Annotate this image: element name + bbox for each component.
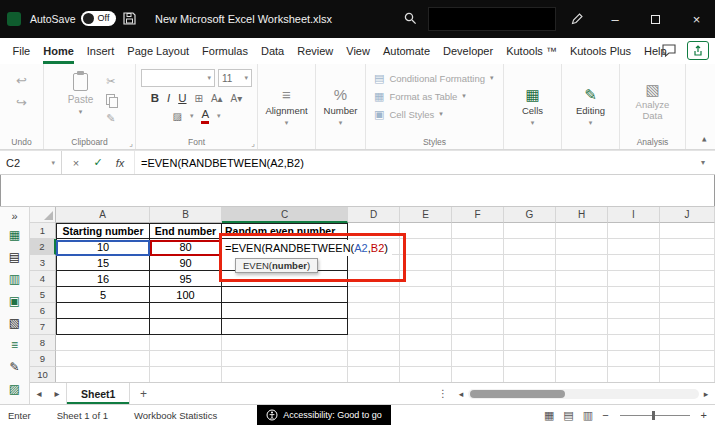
analyze-data-button[interactable]: ▧ Analyze Data [623, 69, 682, 134]
scrollbar-thumb[interactable] [470, 390, 565, 398]
cell-a3[interactable]: 15 [56, 255, 150, 271]
kutools-pane-edit-icon[interactable]: ✎ [9, 356, 20, 378]
tab-developer[interactable]: Developer [437, 38, 500, 64]
zoom-slider-knob[interactable] [652, 411, 655, 420]
cell-j2[interactable] [660, 239, 715, 255]
cell-e2[interactable] [400, 239, 452, 255]
cell-f5[interactable] [452, 287, 504, 303]
row-header-5[interactable]: 5 [30, 287, 56, 303]
confirm-entry-icon[interactable]: ✓ [88, 156, 108, 169]
kutools-pane-sheet-icon[interactable]: ▤ [9, 246, 20, 268]
cell-i4[interactable] [608, 271, 660, 287]
name-box[interactable]: C2 ▾ [0, 151, 62, 174]
cell-d9[interactable] [348, 351, 400, 367]
italic-button[interactable]: I [167, 92, 170, 104]
tab-insert[interactable]: Insert [80, 38, 121, 64]
cell-c5[interactable] [222, 287, 348, 303]
sheet-prev-icon[interactable]: ◂ [30, 388, 48, 399]
grow-font-icon[interactable]: A▴ [211, 93, 223, 104]
share-button[interactable] [687, 41, 709, 60]
cell-b9[interactable] [150, 351, 222, 367]
save-icon[interactable] [122, 11, 137, 26]
cell-e10[interactable] [400, 367, 452, 382]
editing-button[interactable]: ✎ Editing ▾ [571, 69, 610, 144]
font-size-select[interactable]: 11 ▾ [218, 69, 252, 87]
column-header-a[interactable]: A [56, 207, 150, 223]
select-all-corner[interactable] [30, 207, 56, 223]
cell-f1[interactable] [452, 223, 504, 239]
cell-i8[interactable] [608, 335, 660, 351]
scrollbar-track[interactable] [468, 389, 699, 399]
cell-c6[interactable] [222, 303, 348, 319]
cell-h5[interactable] [556, 287, 608, 303]
kutools-pane-chart-icon[interactable]: ▨ [9, 378, 20, 400]
column-header-b[interactable]: B [150, 207, 222, 223]
horizontal-scrollbar[interactable]: ◂ ▸ [454, 386, 713, 401]
tab-file[interactable]: File [6, 38, 37, 64]
cell-i7[interactable] [608, 319, 660, 335]
scroll-left-icon[interactable]: ◂ [454, 389, 468, 399]
add-sheet-button[interactable]: + [130, 387, 156, 401]
cell-b8[interactable] [150, 335, 222, 351]
cancel-entry-icon[interactable]: × [66, 157, 86, 169]
row-header-7[interactable]: 7 [30, 319, 56, 335]
cell-c10[interactable] [222, 367, 348, 382]
cell-e5[interactable] [400, 287, 452, 303]
font-color-icon[interactable]: A [201, 109, 209, 124]
format-as-table-button[interactable]: ▦Format as Table▾ [374, 87, 494, 105]
zoom-in-button[interactable]: + [701, 409, 707, 421]
cell-i1[interactable] [608, 223, 660, 239]
cell-j9[interactable] [660, 351, 715, 367]
cell-b6[interactable] [150, 303, 222, 319]
cell-b2[interactable]: 80 [150, 239, 222, 255]
tab-kutools[interactable]: Kutools ™ [500, 38, 564, 64]
tab-page-layout[interactable]: Page Layout [121, 38, 196, 64]
cell-b4[interactable]: 95 [150, 271, 222, 287]
cell-f3[interactable] [452, 255, 504, 271]
cell-d7[interactable] [348, 319, 400, 335]
alignment-button[interactable]: ≡ Alignment ▾ [260, 69, 312, 144]
formula-input[interactable]: =EVEN(RANDBETWEEN(A2,B2) [135, 157, 691, 169]
insert-function-icon[interactable]: fx [110, 157, 130, 169]
cell-h9[interactable] [556, 351, 608, 367]
cell-f9[interactable] [452, 351, 504, 367]
comments-icon[interactable] [661, 43, 677, 58]
column-header-c[interactable]: C [222, 207, 348, 223]
view-page-layout-icon[interactable]: ▤ [563, 409, 573, 422]
cells-button[interactable]: ▦ Cells ▾ [517, 69, 548, 144]
cell-a8[interactable] [56, 335, 150, 351]
row-header-8[interactable]: 8 [30, 335, 56, 351]
column-header-h[interactable]: H [556, 207, 608, 223]
cell-i9[interactable] [608, 351, 660, 367]
tab-home[interactable]: Home [37, 38, 81, 64]
close-button[interactable]: × [678, 0, 715, 38]
kutools-pane-table-icon[interactable]: ▣ [9, 290, 20, 312]
cell-e9[interactable] [400, 351, 452, 367]
cell-g2[interactable] [504, 239, 556, 255]
cell-a7[interactable] [56, 319, 150, 335]
cell-e4[interactable] [400, 271, 452, 287]
column-header-f[interactable]: F [452, 207, 504, 223]
cell-g5[interactable] [504, 287, 556, 303]
maximize-button[interactable] [638, 0, 672, 38]
cell-g3[interactable] [504, 255, 556, 271]
cell-c9[interactable] [222, 351, 348, 367]
cell-j4[interactable] [660, 271, 715, 287]
cell-j5[interactable] [660, 287, 715, 303]
autosave-toggle[interactable]: AutoSave Off [30, 11, 116, 26]
cell-d5[interactable] [348, 287, 400, 303]
tab-data[interactable]: Data [254, 38, 290, 64]
cell-b1[interactable]: End number [150, 223, 222, 239]
cell-c4[interactable] [222, 271, 348, 287]
search-icon[interactable] [403, 11, 418, 26]
cell-d10[interactable] [348, 367, 400, 382]
row-header-1[interactable]: 1 [30, 223, 56, 239]
cell-f8[interactable] [452, 335, 504, 351]
cell-d6[interactable] [348, 303, 400, 319]
cell-g6[interactable] [504, 303, 556, 319]
paste-button[interactable]: Paste ▾ [62, 71, 100, 118]
cell-i5[interactable] [608, 287, 660, 303]
underline-button[interactable]: U [178, 92, 186, 104]
cell-h6[interactable] [556, 303, 608, 319]
cell-c1[interactable]: Random even number [222, 223, 348, 239]
